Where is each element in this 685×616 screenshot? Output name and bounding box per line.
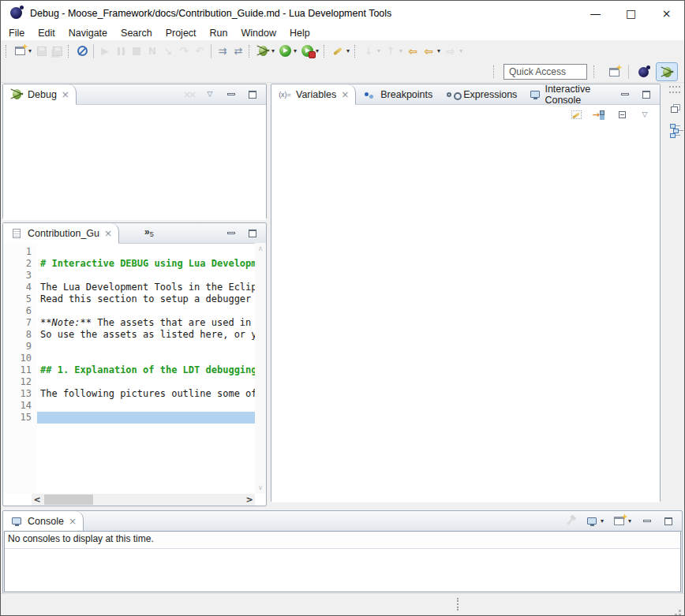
scroll-right-icon[interactable]: >	[244, 495, 255, 505]
code-line-5[interactable]: Read this section to setup a debugger	[37, 293, 255, 305]
dropdown-arrow-icon[interactable]: ▾	[377, 47, 380, 54]
next-annotation-button[interactable]: ↓▾	[361, 43, 383, 59]
tab-breakpoints[interactable]: Breakpoints	[356, 84, 439, 104]
code-line-9[interactable]	[37, 341, 255, 353]
close-window-button[interactable]: ×	[649, 1, 684, 25]
splitter-handle-icon[interactable]	[457, 598, 460, 610]
tab-variables[interactable]: (x)=Variables×	[271, 84, 356, 105]
code-line-7[interactable]: **Note:** The assets that are used in	[37, 317, 255, 329]
editor-text-area[interactable]: # Interactive DEBUG using Lua DevelopmeT…	[37, 243, 255, 494]
dropdown-arrow-icon[interactable]: ▾	[346, 47, 350, 54]
minimize-view-button[interactable]	[223, 225, 239, 241]
outline-view-button[interactable]	[668, 125, 682, 141]
lua-perspective-button[interactable]	[633, 63, 653, 80]
new-wizard-button[interactable]: ▾	[12, 43, 34, 59]
code-line-12[interactable]	[37, 376, 255, 388]
maximize-view-button[interactable]	[245, 86, 260, 103]
menu-file[interactable]: File	[9, 28, 24, 39]
tab-interactive-console[interactable]: Interactive Console	[523, 84, 617, 104]
minimize-window-button[interactable]: —	[578, 1, 613, 25]
debug-perspective-button[interactable]	[656, 62, 678, 81]
maximize-view-button[interactable]	[661, 513, 676, 529]
editor-horizontal-scrollbar[interactable]: < >	[32, 494, 255, 506]
editor-vertical-scrollbar[interactable]: ∧ ∨	[255, 243, 266, 494]
scroll-left-icon[interactable]: <	[32, 495, 43, 505]
tab-console[interactable]: Console×	[3, 511, 84, 532]
previous-annotation-button[interactable]: ↑▾	[383, 43, 405, 59]
code-line-4[interactable]: The Lua Development Tools in the Eclips	[37, 282, 255, 293]
quick-access-input[interactable]: Quick Access	[503, 64, 587, 80]
menu-edit[interactable]: Edit	[38, 28, 55, 39]
skip-all-breakpoints-button[interactable]	[74, 43, 90, 59]
debug-button[interactable]: ▾	[255, 43, 277, 59]
maximize-view-button[interactable]	[638, 86, 654, 103]
debug-view-content[interactable]	[3, 105, 266, 220]
maximize-window-button[interactable]: □	[613, 1, 649, 25]
dropdown-arrow-icon[interactable]: ▾	[28, 47, 32, 54]
save-button[interactable]	[34, 43, 50, 59]
maximize-view-button[interactable]	[245, 225, 260, 241]
close-tab-icon[interactable]: ×	[104, 228, 112, 239]
view-menu-button[interactable]: ▽	[202, 86, 218, 103]
run-button[interactable]: ▾	[277, 43, 299, 59]
resize-grip-icon[interactable]	[679, 610, 681, 612]
close-tab-icon[interactable]: ×	[69, 516, 77, 527]
dropdown-arrow-icon[interactable]: ▾	[399, 47, 402, 54]
save-all-button[interactable]	[50, 43, 66, 59]
scrollbar-thumb[interactable]	[44, 495, 93, 505]
rail-drag-handle[interactable]	[669, 86, 680, 93]
code-line-3[interactable]	[37, 270, 255, 282]
open-task-button[interactable]: ▾	[330, 43, 352, 59]
resume-button[interactable]: ▶	[97, 43, 113, 59]
close-tab-icon[interactable]: ×	[341, 89, 349, 100]
dropdown-arrow-icon[interactable]: ▾	[316, 47, 319, 54]
dropdown-arrow-icon[interactable]: ▾	[628, 517, 631, 525]
menu-run[interactable]: Run	[210, 28, 228, 39]
variables-content[interactable]	[271, 124, 660, 502]
restore-minimized-views-button[interactable]	[668, 101, 682, 115]
code-line-8[interactable]: So use the assets as listed here, or y	[37, 329, 255, 341]
close-tab-icon[interactable]: ×	[62, 89, 69, 100]
code-line-13[interactable]: The following pictures outline some of	[37, 388, 255, 400]
minimize-view-button[interactable]	[639, 513, 655, 529]
step-return-button[interactable]: ↶	[192, 43, 208, 59]
code-line-1[interactable]	[37, 246, 255, 258]
dropdown-arrow-icon[interactable]: ▾	[437, 47, 440, 54]
collapse-all-button[interactable]	[614, 106, 630, 123]
menu-help[interactable]: Help	[290, 28, 310, 39]
external-tools-button[interactable]: ▾	[299, 43, 321, 59]
scroll-down-icon[interactable]: ∨	[258, 484, 264, 491]
code-line-15[interactable]	[37, 412, 255, 424]
forward-button[interactable]: ⇨▾	[443, 43, 465, 59]
open-console-button[interactable]: ▾	[612, 513, 634, 529]
code-line-14[interactable]	[37, 400, 255, 412]
scrollbar-track[interactable]	[43, 494, 244, 506]
disconnect-button[interactable]: N	[144, 43, 160, 59]
dropdown-arrow-icon[interactable]: ▾	[601, 517, 604, 525]
last-edit-location-button[interactable]: ⇦	[405, 43, 421, 59]
tab-debug[interactable]: Debug×	[3, 84, 77, 105]
view-menu-button[interactable]: ▽	[637, 106, 653, 123]
show-type-names-button[interactable]	[568, 106, 584, 123]
menu-window[interactable]: Window	[241, 28, 276, 39]
hidden-editors-chevron[interactable]: »5	[144, 223, 154, 243]
suspend-button[interactable]	[113, 43, 129, 59]
menu-search[interactable]: Search	[121, 28, 152, 39]
display-selected-console-button[interactable]: ▾	[584, 513, 606, 529]
scroll-up-icon[interactable]: ∧	[258, 245, 264, 252]
use-step-filters-button[interactable]: ⇉	[215, 43, 230, 59]
back-button[interactable]: ⇦▾	[421, 43, 443, 59]
code-line-6[interactable]	[37, 305, 255, 317]
terminate-button[interactable]	[129, 43, 144, 59]
pin-console-button[interactable]	[563, 513, 578, 529]
menu-project[interactable]: Project	[166, 28, 197, 39]
edit-step-filters-button[interactable]: ⇄	[230, 43, 246, 59]
minimize-view-button[interactable]	[223, 86, 239, 103]
step-into-button[interactable]: ↘	[160, 43, 176, 59]
remove-all-terminated-button[interactable]: ××	[181, 86, 197, 103]
dropdown-arrow-icon[interactable]: ▾	[294, 47, 297, 54]
minimize-view-button[interactable]	[617, 86, 633, 103]
code-line-2[interactable]: # Interactive DEBUG using Lua Developme	[37, 258, 255, 270]
code-line-10[interactable]	[37, 353, 255, 364]
menu-navigate[interactable]: Navigate	[69, 28, 107, 39]
